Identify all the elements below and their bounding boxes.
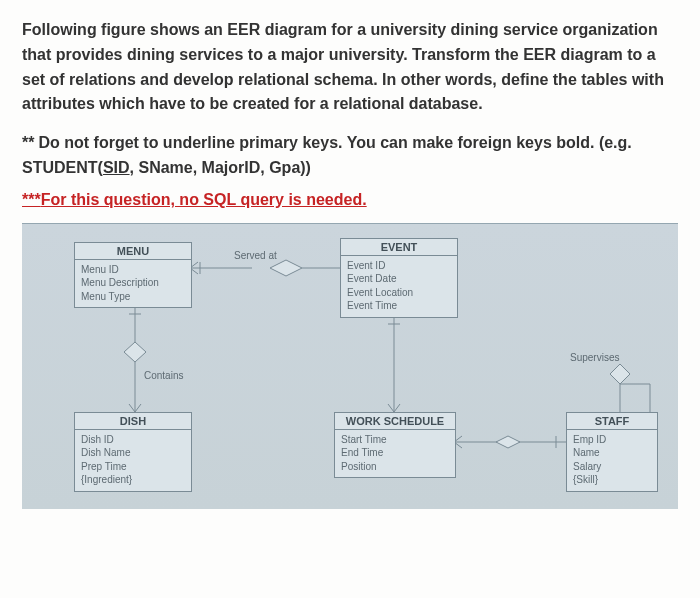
work-attr-start: Start Time xyxy=(341,433,449,447)
entity-dish-title: DISH xyxy=(75,413,191,430)
dish-attr-ingredient: {Ingredient} xyxy=(81,473,185,487)
event-attr-loc: Event Location xyxy=(347,286,451,300)
entity-work-schedule: WORK SCHEDULE Start Time End Time Positi… xyxy=(334,412,456,479)
work-attr-end: End Time xyxy=(341,446,449,460)
svg-line-14 xyxy=(394,404,400,412)
svg-marker-17 xyxy=(496,436,520,448)
entity-menu: MENU Menu ID Menu Description Menu Type xyxy=(74,242,192,309)
event-attr-id: Event ID xyxy=(347,259,451,273)
staff-attr-salary: Salary xyxy=(573,460,651,474)
red-text: For this question, no SQL query is neede… xyxy=(41,191,367,208)
entity-event-title: EVENT xyxy=(341,239,457,256)
svg-marker-25 xyxy=(610,364,630,384)
rel-served-at: Served at xyxy=(234,250,277,261)
staff-attr-emp: Emp ID xyxy=(573,433,651,447)
example: STUDENT(SID, SName, MajorID, Gpa)) xyxy=(22,159,311,176)
event-attr-date: Event Date xyxy=(347,272,451,286)
menu-attr-id: Menu ID xyxy=(81,263,185,277)
example-mid: , SName, xyxy=(130,159,202,176)
dish-attr-id: Dish ID xyxy=(81,433,185,447)
staff-attr-name: Name xyxy=(573,446,651,460)
page-root: Following figure shows an EER diagram fo… xyxy=(0,0,700,598)
entity-staff-title: STAFF xyxy=(567,413,657,430)
intro-paragraph: Following figure shows an EER diagram fo… xyxy=(22,18,678,117)
example-prefix: STUDENT( xyxy=(22,159,103,176)
note-stars: ** xyxy=(22,134,34,151)
example-pk: SID xyxy=(103,159,130,176)
dish-attr-name: Dish Name xyxy=(81,446,185,460)
entity-menu-title: MENU xyxy=(75,243,191,260)
svg-line-13 xyxy=(388,404,394,412)
red-stars: *** xyxy=(22,191,41,208)
example-suffix: , Gpa)) xyxy=(260,159,311,176)
entity-event: EVENT Event ID Event Date Event Location… xyxy=(340,238,458,318)
svg-line-9 xyxy=(129,404,135,412)
note-body: Do not forget to underline primary keys.… xyxy=(38,134,631,151)
menu-attr-type: Menu Type xyxy=(81,290,185,304)
entity-work-title: WORK SCHEDULE xyxy=(335,413,455,430)
work-attr-pos: Position xyxy=(341,460,449,474)
entity-staff: STAFF Emp ID Name Salary {Skill} xyxy=(566,412,658,492)
event-attr-time: Event Time xyxy=(347,299,451,313)
svg-marker-7 xyxy=(124,342,146,362)
red-instruction: ***For this question, no SQL query is ne… xyxy=(22,191,678,209)
menu-attr-desc: Menu Description xyxy=(81,276,185,290)
example-fk: MajorID xyxy=(202,159,261,176)
rel-supervises: Supervises xyxy=(570,352,619,363)
staff-attr-skill: {Skill} xyxy=(573,473,651,487)
rel-contains: Contains xyxy=(144,370,183,381)
entity-dish: DISH Dish ID Dish Name Prep Time {Ingred… xyxy=(74,412,192,492)
svg-marker-1 xyxy=(270,260,302,276)
primary-key-note: **Do not forget to underline primary key… xyxy=(22,131,678,181)
eer-diagram: MENU Menu ID Menu Description Menu Type … xyxy=(22,223,678,509)
dish-attr-prep: Prep Time xyxy=(81,460,185,474)
svg-line-10 xyxy=(135,404,141,412)
